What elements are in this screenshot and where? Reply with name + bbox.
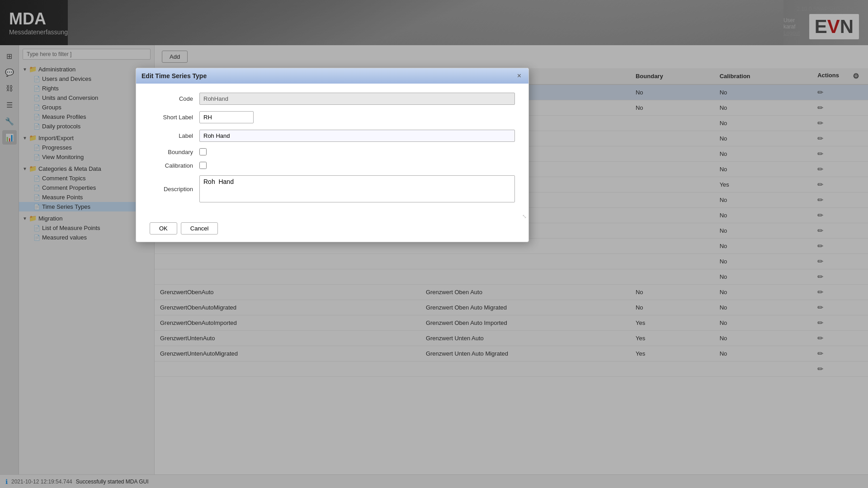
modal-header: Edit Time Series Type ×: [136, 68, 528, 84]
modal-close-button[interactable]: ×: [515, 72, 523, 80]
resize-handle: ⤡: [136, 213, 528, 217]
form-row-description: Description Roh Hand: [150, 175, 515, 202]
label-label: Label: [150, 132, 199, 139]
short-label-input[interactable]: [199, 111, 254, 123]
edit-modal: Edit Time Series Type × Code Short Label…: [136, 68, 529, 242]
form-row-code: Code: [150, 93, 515, 105]
resize-corner-icon[interactable]: ⤡: [522, 213, 528, 220]
form-row-short-label: Short Label: [150, 111, 515, 123]
label-input[interactable]: [199, 130, 515, 142]
short-label-label: Short Label: [150, 114, 199, 121]
calibration-label: Calibration: [150, 162, 199, 169]
ok-button[interactable]: OK: [150, 222, 177, 235]
description-textarea[interactable]: Roh Hand: [199, 175, 515, 202]
modal-body: Code Short Label Label Boundary Calibrat…: [136, 84, 528, 213]
boundary-checkbox[interactable]: [199, 148, 207, 155]
boundary-label: Boundary: [150, 149, 199, 155]
modal-title: Edit Time Series Type: [142, 72, 207, 80]
calibration-checkbox[interactable]: [199, 162, 207, 169]
form-row-calibration: Calibration: [150, 162, 515, 169]
cancel-button[interactable]: Cancel: [181, 222, 218, 235]
form-row-label: Label: [150, 130, 515, 142]
code-input: [199, 93, 515, 105]
form-row-boundary: Boundary: [150, 148, 515, 155]
description-label: Description: [150, 186, 199, 192]
code-label: Code: [150, 95, 199, 102]
modal-footer: OK Cancel: [136, 217, 528, 242]
modal-overlay: Edit Time Series Type × Code Short Label…: [0, 0, 868, 488]
